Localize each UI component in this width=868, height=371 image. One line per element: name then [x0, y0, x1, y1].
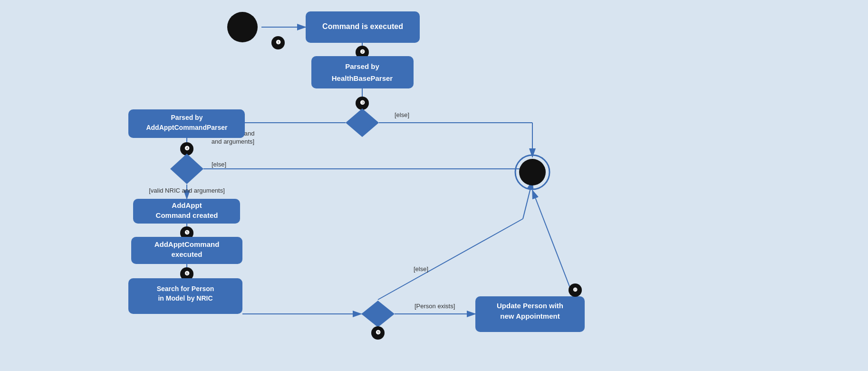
node-update-person-text2: new Appointment — [500, 312, 559, 320]
d3-else-label: [else] — [395, 111, 409, 118]
node-healthbase-parser-text2: HealthBaseParser — [332, 74, 393, 82]
node-addappt-executed-text1: AddApptCommand — [154, 240, 220, 248]
node-addappt-created-text2: Command created — [156, 211, 218, 219]
node-command-executed-text: Command is executed — [322, 22, 403, 30]
step-9-label: ❾ — [376, 329, 381, 336]
d9-else-label: [else] — [414, 265, 428, 273]
node-healthbase-parser-text1: Parsed by — [345, 62, 379, 70]
d4-valid-label: [valid NRIC and arguments] — [149, 187, 225, 194]
step-2-label: ❷ — [360, 49, 365, 55]
step-6-label: ❻ — [184, 270, 190, 277]
node-search-person-text1: Search for Person — [157, 285, 214, 293]
step-5-label: ❺ — [184, 229, 190, 236]
start-node — [227, 12, 258, 42]
node-addappt-executed-text2: executed — [171, 250, 202, 258]
step-3-label: ❸ — [360, 99, 365, 106]
node-healthbase-parser — [311, 56, 414, 88]
d9-person-exists-label: [Person exists] — [415, 303, 455, 310]
svg-rect-2 — [0, 0, 868, 371]
node-search-person-text2: in Model by NRIC — [158, 294, 212, 302]
d4-else-label: [else] — [212, 161, 226, 168]
node-update-person-text1: Update Person with — [497, 302, 563, 310]
d3-valid-label2: and arguments] — [212, 138, 254, 145]
node-addappt-parser-text2: AddApptCommandParser — [146, 124, 228, 131]
step-10-label: ❿ — [573, 287, 578, 293]
step-1-label: ❶ — [276, 39, 281, 46]
node-addappt-created-text1: AddAppt — [172, 201, 202, 209]
end-node-inner — [519, 159, 546, 186]
diagram-container: ❶ Command is executed ❷ Parsed by Health… — [0, 0, 868, 371]
step-4-label: ❹ — [184, 145, 190, 152]
node-addappt-parser-text1: Parsed by — [171, 114, 203, 121]
